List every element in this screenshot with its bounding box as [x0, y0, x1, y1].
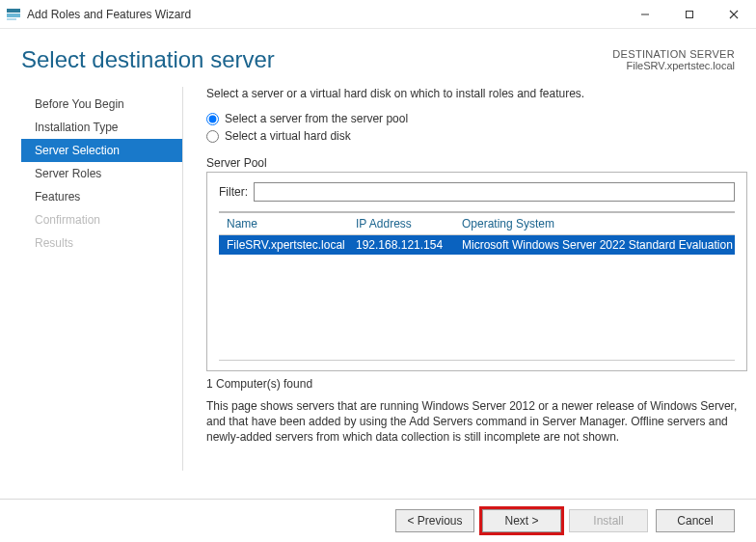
- sidebar-item-server-roles[interactable]: Server Roles: [21, 162, 182, 185]
- filter-input[interactable]: [254, 182, 735, 202]
- sidebar-item-server-selection[interactable]: Server Selection: [21, 139, 182, 162]
- computers-found-text: 1 Computer(s) found: [206, 377, 747, 391]
- cancel-button[interactable]: Cancel: [656, 509, 735, 532]
- footnote-text: This page shows servers that are running…: [206, 398, 747, 446]
- radio-vhd-label: Select a virtual hard disk: [225, 129, 351, 143]
- window-controls: [623, 0, 756, 28]
- title-bar: Add Roles and Features Wizard: [0, 0, 756, 29]
- server-row-os: Microsoft Windows Server 2022 Standard E…: [462, 238, 733, 252]
- radio-server-pool-label: Select a server from the server pool: [225, 112, 408, 125]
- svg-rect-0: [7, 9, 20, 13]
- sidebar-item-features[interactable]: Features: [21, 185, 182, 208]
- grid-body: FileSRV.xpertstec.local 192.168.121.154 …: [219, 235, 735, 361]
- svg-rect-2: [7, 18, 16, 20]
- install-button: Install: [569, 509, 648, 532]
- radio-vhd-input[interactable]: [206, 130, 219, 143]
- col-header-os[interactable]: Operating System: [462, 217, 733, 230]
- content: Before You Begin Installation Type Serve…: [0, 77, 756, 471]
- col-header-name[interactable]: Name: [221, 217, 356, 230]
- destination-label: DESTINATION SERVER: [612, 48, 735, 60]
- server-row-ip: 192.168.121.154: [356, 238, 462, 252]
- radio-vhd[interactable]: Select a virtual hard disk: [206, 129, 747, 143]
- svg-rect-4: [687, 11, 693, 17]
- radio-server-pool[interactable]: Select a server from the server pool: [206, 112, 747, 125]
- server-pool-box: Filter: Name IP Address Operating System…: [206, 172, 747, 371]
- col-header-ip[interactable]: IP Address: [356, 217, 462, 230]
- sidebar-item-results: Results: [21, 231, 182, 255]
- button-bar: < Previous Next > Install Cancel: [0, 499, 756, 542]
- destination-server-name: FileSRV.xpertstec.local: [612, 60, 735, 71]
- maximize-button[interactable]: [667, 0, 712, 28]
- server-row-name: FileSRV.xpertstec.local: [221, 238, 356, 252]
- radio-server-pool-input[interactable]: [206, 113, 219, 125]
- next-button[interactable]: Next >: [482, 509, 561, 532]
- minimize-button[interactable]: [623, 0, 667, 28]
- destination-info: DESTINATION SERVER FileSRV.xpertstec.loc…: [612, 48, 735, 71]
- svg-rect-1: [7, 14, 20, 17]
- sidebar-item-confirmation: Confirmation: [21, 208, 182, 231]
- instruction-text: Select a server or a virtual hard disk o…: [206, 87, 747, 100]
- server-row[interactable]: FileSRV.xpertstec.local 192.168.121.154 …: [219, 235, 735, 255]
- filter-row: Filter:: [219, 182, 735, 202]
- sidebar-item-before-you-begin[interactable]: Before You Begin: [21, 93, 182, 116]
- page-title: Select destination server: [21, 46, 612, 73]
- sidebar-item-installation-type[interactable]: Installation Type: [21, 116, 182, 139]
- wizard-steps-sidebar: Before You Begin Installation Type Serve…: [21, 87, 183, 471]
- server-grid: Name IP Address Operating System FileSRV…: [219, 211, 735, 361]
- window-title: Add Roles and Features Wizard: [27, 8, 623, 21]
- grid-header: Name IP Address Operating System: [219, 213, 735, 235]
- server-pool-label: Server Pool: [206, 156, 747, 170]
- main-panel: Select a server or a virtual hard disk o…: [183, 87, 747, 471]
- previous-button[interactable]: < Previous: [395, 509, 474, 532]
- close-button[interactable]: [712, 0, 756, 28]
- filter-label: Filter:: [219, 185, 248, 199]
- app-icon: [6, 7, 21, 22]
- header: Select destination server DESTINATION SE…: [0, 29, 756, 77]
